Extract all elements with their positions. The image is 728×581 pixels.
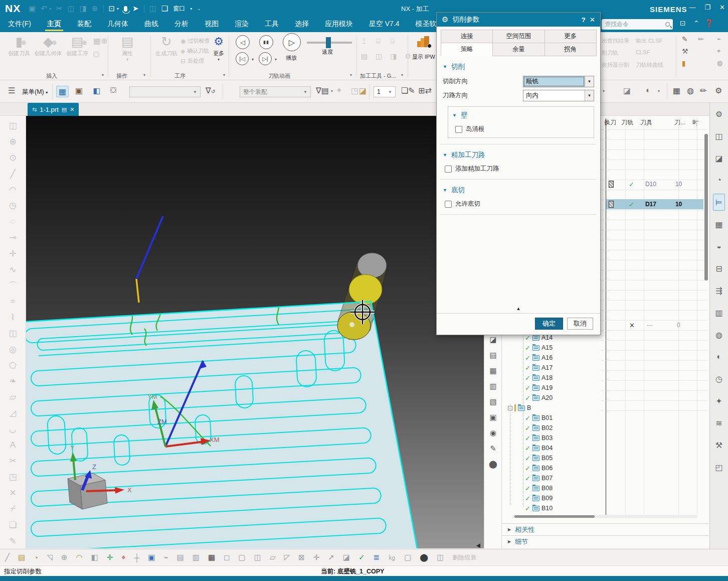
move-axes-icon[interactable]: ✛ [107, 553, 113, 562]
maximize-button[interactable]: ❐ [704, 4, 710, 11]
filter-dropdown-icon[interactable]: ▾ [331, 89, 333, 93]
column-header-toolchange[interactable]: 换刀 [601, 118, 621, 129]
tree-item[interactable]: ✓ B06 [503, 463, 605, 473]
section-header-wall[interactable]: ▼ 壁 [452, 111, 594, 120]
ribbon-tab[interactable]: 主页 [39, 17, 69, 32]
selection-filter-combo[interactable]: ▼ [129, 86, 201, 97]
brush-icon[interactable]: ✎ [490, 444, 496, 453]
render-style-dropdown-icon[interactable]: ▾ [658, 89, 660, 93]
path-direction-combo[interactable]: 向内 ▼ [523, 90, 594, 101]
ribbon-tab[interactable]: 装配 [69, 17, 99, 32]
help-icon[interactable]: ❓ [705, 19, 713, 27]
tree-item[interactable]: ✓ B10 [503, 503, 605, 513]
eye-icon[interactable]: ◉ [490, 428, 496, 438]
assembly-navigator-icon[interactable]: ◫ [715, 125, 722, 147]
operation-row-empty[interactable]: ✕ --- 0 [606, 320, 703, 330]
section-header-finish-passes[interactable]: ▼ 精加工刀路 [443, 151, 600, 160]
rewind-button[interactable]: ◁ [236, 35, 250, 49]
navigator-horizontal-scrollbar[interactable] [512, 515, 697, 518]
palette-icon[interactable]: ✦ [715, 390, 722, 412]
web-browser-icon[interactable]: ◐ [716, 346, 721, 368]
menu-button[interactable]: 菜单(M) ▾ [22, 88, 48, 96]
graphics-viewport[interactable]: XM YM ZM X Y Z [26, 116, 484, 548]
eraser-icon[interactable]: ◪ [489, 335, 496, 344]
sphere-tool-icon[interactable]: ◍ [717, 59, 722, 67]
command-finder[interactable]: 查找命令 [602, 19, 673, 30]
operation-navigator-icon[interactable]: ⊨ [713, 194, 725, 211]
tree-item[interactable]: ✓ B01 [503, 413, 605, 423]
assembly-scope-combo[interactable]: 整个装配▼ [240, 86, 311, 97]
ribbon-tab[interactable]: 渲染 [227, 17, 257, 32]
speed-slider-handle[interactable] [326, 37, 331, 48]
ribbon-tab[interactable]: 几何体 [99, 17, 136, 32]
tree-parent-item-b[interactable]: − B [503, 403, 605, 413]
dialog-tab[interactable]: 连接 [441, 30, 493, 43]
part-tab[interactable]: ⇆ 1-1.prt ▤ ✕ [28, 103, 79, 116]
sphere-icon[interactable]: ⬤ [489, 460, 497, 469]
column-header-tool[interactable]: 刀具 [640, 118, 674, 129]
window-menu[interactable]: 窗口 [173, 5, 185, 13]
tree-item[interactable]: ✓ B03 [503, 433, 605, 443]
cut-icon[interactable]: ✂ [56, 4, 63, 13]
visualization-icon[interactable]: ≋ [715, 412, 722, 434]
group-dialog-launcher-icon[interactable]: ▾ [401, 73, 403, 77]
measure-pencil-icon[interactable]: ✏ [700, 86, 706, 95]
constraint-navigator-icon[interactable]: ◪ [715, 147, 722, 169]
dialog-close-icon[interactable]: ✕ [590, 16, 595, 24]
save-view-icon[interactable]: ▣ [148, 553, 155, 562]
overflow-dropdown-icon[interactable]: ▾ [603, 89, 605, 93]
allow-undercut-checkbox[interactable] [445, 201, 452, 208]
page-icon[interactable]: ▧ [489, 397, 496, 406]
group-dialog-launcher-icon[interactable]: ▾ [223, 73, 225, 77]
check-icon[interactable]: ✓ [358, 553, 365, 562]
column-header-time[interactable]: 时 [692, 118, 702, 129]
pause-button[interactable]: ▮▮ [259, 35, 273, 49]
tree-item[interactable]: ✓ B02 [503, 423, 605, 433]
new-window-icon[interactable]: ❏✎ [401, 86, 415, 95]
measure-panel-icon[interactable]: ▤ [18, 553, 25, 562]
datum-icon[interactable]: ⌖ [121, 553, 125, 562]
settings-gear-icon[interactable]: ⚙ [715, 103, 722, 125]
go-to-start-dropdown-icon[interactable]: ▾ [252, 57, 254, 62]
qat-customize-icon[interactable]: ⌄ [197, 6, 201, 11]
process-assistant-icon[interactable]: ◒ [716, 235, 721, 257]
section-header-cut[interactable]: ▼ 切削 [443, 62, 600, 71]
ribbon-tab[interactable]: 文件(F) [0, 17, 39, 32]
ribbon-tab[interactable]: 选择 [287, 17, 317, 32]
dialog-help-icon[interactable]: ? [581, 16, 585, 24]
window-split-icon[interactable]: ▤ [489, 351, 496, 360]
tree-item[interactable]: ✓ A17 [503, 363, 605, 373]
tree-item[interactable]: ✓ B07 [503, 473, 605, 483]
group-dialog-launcher-icon[interactable]: ▾ [102, 73, 104, 77]
save-view-icon[interactable]: ▣ [489, 413, 496, 422]
curve-tool-icon[interactable]: ⌁ [717, 35, 721, 43]
fullscreen-icon[interactable]: ⊡ [680, 19, 686, 27]
operation-row-d10[interactable]: ✓ D10 10 [606, 179, 703, 189]
tree-item[interactable]: ✓ B08 [503, 483, 605, 493]
shaded-sphere-icon[interactable]: ◐ [646, 86, 651, 95]
ok-button[interactable]: 确定 [535, 318, 563, 330]
group-dialog-launcher-icon[interactable]: ▾ [143, 73, 145, 77]
wrench-icon[interactable]: ⚒ [682, 47, 688, 55]
min-distance-icon[interactable]: ◠ [76, 553, 82, 562]
layout-icon[interactable]: ▥ [489, 382, 496, 391]
pencil-icon[interactable]: ✏ [698, 35, 704, 43]
roller-icon[interactable]: ▮ [682, 59, 686, 67]
machine-tool-navigator-icon[interactable]: ▦ [715, 213, 722, 235]
undo-icon[interactable]: ↶ [41, 4, 47, 13]
save-icon[interactable]: ▣ [29, 4, 36, 13]
tree-item[interactable]: ✓ A19 [503, 383, 605, 393]
cascade-windows-icon[interactable]: ◫ [149, 4, 156, 13]
snap-icon[interactable]: ◍ [687, 86, 694, 95]
details-section[interactable]: ▶ 细节 [502, 535, 708, 547]
cancel-button[interactable]: 取消 [567, 318, 593, 330]
tree-item[interactable]: ✓ B05 [503, 453, 605, 463]
tree-item[interactable]: ✓ A20 [503, 393, 605, 403]
dialog-tab[interactable]: 空间范围 [492, 30, 544, 43]
filter-list-icon[interactable]: ∇▤ [316, 86, 329, 95]
dependencies-section[interactable]: ▶ 相关性 [502, 523, 708, 535]
machine-tool-view-icon[interactable]: ▣ [75, 86, 83, 95]
cut-direction-combo[interactable]: 顺铣 ▼ [523, 76, 594, 87]
paste-icon[interactable]: ◨ [80, 4, 87, 13]
method-view-icon[interactable]: ⛋ [110, 86, 116, 95]
